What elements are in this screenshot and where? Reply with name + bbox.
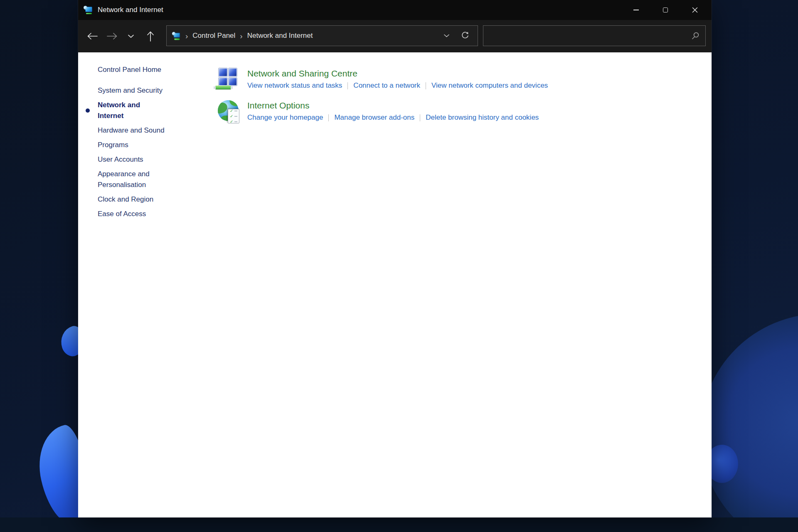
breadcrumb-chevron-icon: ›: [185, 32, 189, 40]
forward-arrow-icon: [107, 32, 118, 40]
up-arrow-icon: [147, 31, 154, 42]
link-change-your-homepage[interactable]: Change your homepage: [247, 113, 323, 122]
breadcrumb-control-panel[interactable]: Control Panel: [192, 32, 235, 40]
back-arrow-icon: [87, 32, 98, 40]
sidebar-item-hardware-and-sound[interactable]: Hardware and Sound: [98, 123, 165, 138]
link-manage-browser-add-ons[interactable]: Manage browser add-ons: [334, 113, 414, 122]
main-content: Network and Sharing Centre View network …: [218, 67, 548, 131]
sidebar-item-ease-of-access[interactable]: Ease of Access: [98, 207, 165, 221]
sidebar-item-network-and-internet[interactable]: Network and Internet: [98, 98, 165, 123]
link-separator: [420, 114, 420, 121]
sidebar-item-user-accounts[interactable]: User Accounts: [98, 152, 165, 167]
recent-locations-button[interactable]: [123, 26, 139, 46]
sidebar-item-control-panel-home[interactable]: Control Panel Home: [98, 65, 175, 75]
checklist-icon: ✓ ✓ ✓: [228, 109, 239, 123]
sidebar-item-appearance-and-personalisation[interactable]: Appearance and Personalisation: [98, 167, 165, 192]
sidebar-list: System and Security Network and Internet…: [98, 83, 165, 221]
minimize-button[interactable]: [624, 0, 648, 20]
category-text: Network and Sharing Centre View network …: [247, 67, 548, 91]
link-separator: [426, 82, 426, 89]
category-network-and-sharing-centre: Network and Sharing Centre View network …: [218, 67, 548, 91]
titlebar[interactable]: Network and Internet: [78, 0, 712, 20]
up-button[interactable]: [141, 26, 160, 46]
chevron-down-icon: [444, 34, 449, 37]
category-text: Internet Options Change your homepage Ma…: [247, 99, 539, 123]
search-box[interactable]: [483, 25, 706, 46]
category-title-internet-options[interactable]: Internet Options: [247, 100, 539, 111]
category-internet-options: ✓ ✓ ✓ Internet Options Change your homep…: [218, 99, 548, 123]
link-connect-to-a-network[interactable]: Connect to a network: [353, 81, 420, 90]
control-panel-window: Network and Internet: [78, 0, 712, 517]
search-icon: [691, 32, 699, 40]
taskbar[interactable]: [0, 517, 798, 532]
close-button[interactable]: [683, 0, 707, 20]
category-links: View network status and tasks Connect to…: [247, 81, 548, 90]
maximize-button[interactable]: [653, 0, 677, 20]
back-button[interactable]: [83, 26, 101, 46]
category-title-network-and-sharing-centre[interactable]: Network and Sharing Centre: [247, 68, 548, 79]
chevron-down-icon: [128, 34, 134, 38]
link-view-network-computers-and-devices[interactable]: View network computers and devices: [431, 81, 548, 90]
close-icon: [692, 7, 698, 13]
minimize-icon: [633, 10, 639, 10]
window-body: Control Panel Home System and Security N…: [78, 52, 712, 517]
window-title: Network and Internet: [98, 6, 163, 14]
forward-button[interactable]: [103, 26, 121, 46]
desktop-background-orb: [700, 314, 798, 532]
navigation-bar: › Control Panel › Network and Internet: [78, 20, 712, 52]
breadcrumb-network-and-internet[interactable]: Network and Internet: [247, 32, 313, 40]
category-links: Change your homepage Manage browser add-…: [247, 113, 539, 122]
address-dropdown-button[interactable]: [439, 27, 454, 45]
refresh-icon: [461, 31, 470, 40]
sidebar-item-system-and-security[interactable]: System and Security: [98, 83, 165, 98]
link-delete-browsing-history-and-cookies[interactable]: Delete browsing history and cookies: [426, 113, 539, 122]
sidebar-item-programs[interactable]: Programs: [98, 138, 165, 152]
search-input[interactable]: [489, 32, 691, 39]
refresh-button[interactable]: [458, 27, 473, 45]
internet-options-icon[interactable]: ✓ ✓ ✓: [218, 99, 239, 123]
maximize-icon: [663, 7, 668, 12]
sidebar-item-clock-and-region[interactable]: Clock and Region: [98, 192, 165, 207]
breadcrumb-chevron-icon: ›: [239, 32, 243, 40]
window-network-icon: [84, 6, 93, 15]
address-bar[interactable]: › Control Panel › Network and Internet: [166, 25, 478, 46]
network-sharing-centre-icon[interactable]: [218, 67, 239, 91]
desktop: Network and Internet: [0, 0, 798, 532]
link-separator: [347, 82, 348, 89]
link-view-network-status-and-tasks[interactable]: View network status and tasks: [247, 81, 342, 90]
sidebar: Control Panel Home System and Security N…: [98, 65, 175, 221]
link-separator: [328, 114, 329, 121]
breadcrumb-network-icon: [172, 32, 180, 39]
